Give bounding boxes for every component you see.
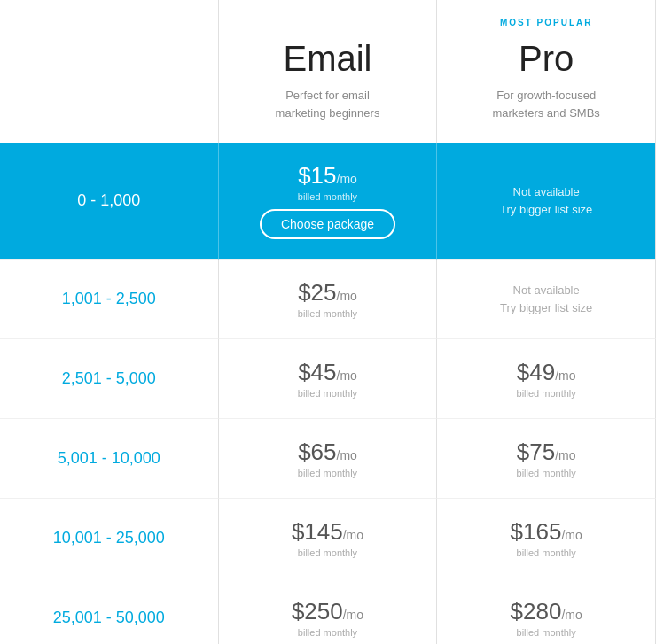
per-mo: /mo (343, 528, 363, 542)
range-2501-5000: 2,501 - 5,000 (0, 339, 219, 419)
price-email-10001-25000: $145/mo billed monthly (219, 499, 438, 578)
price-display-pro-2: $49/mo (517, 359, 576, 386)
range-5001-10000: 5,001 - 10,000 (0, 419, 219, 499)
price-pro-1001-2500: Not availableTry bigger list size (437, 260, 656, 339)
range-label-1: 1,001 - 2,500 (62, 290, 156, 308)
choose-package-button[interactable]: Choose package (260, 209, 395, 239)
price-display-email-0: $15/mo (298, 162, 357, 190)
per-mo: /mo (555, 448, 575, 462)
billed-label-email-0: billed monthly (298, 191, 357, 202)
price-email-2501-5000: $45/mo billed monthly (219, 339, 438, 419)
range-label-5: 25,001 - 50,000 (53, 609, 165, 627)
price-amount: $45 (298, 359, 336, 385)
range-25001-50000: 25,001 - 50,000 (0, 578, 219, 644)
email-plan-desc: Perfect for emailmarketing beginners (233, 87, 423, 121)
price-pro-0-1000: Not availableTry bigger list size (437, 143, 656, 260)
range-0-1000: 0 - 1,000 (0, 143, 219, 260)
header-range-col (0, 0, 219, 143)
not-available-pro-1: Not availableTry bigger list size (500, 282, 592, 316)
billed-label-email-1: billed monthly (298, 308, 357, 319)
billed-label-pro-3: billed monthly (517, 468, 576, 478)
email-plan-name: Email (233, 39, 423, 78)
per-mo: /mo (337, 172, 357, 186)
price-display-email-1: $25/mo (298, 279, 357, 306)
price-amount: $15 (298, 162, 336, 189)
price-amount: $49 (517, 359, 555, 385)
billed-label-pro-5: billed monthly (517, 627, 576, 638)
per-mo: /mo (343, 608, 363, 622)
header-pro-col: MOST POPULAR Pro For growth-focusedmarke… (437, 0, 656, 143)
range-label-2: 2,501 - 5,000 (62, 369, 156, 388)
price-email-5001-10000: $65/mo billed monthly (219, 419, 438, 499)
price-display-email-4: $145/mo (292, 518, 363, 546)
price-amount: $25 (298, 279, 336, 306)
billed-label-email-3: billed monthly (298, 468, 357, 478)
price-email-1001-2500: $25/mo billed monthly (219, 260, 438, 339)
not-available-pro-0: Not availableTry bigger list size (500, 183, 592, 218)
pro-most-popular: MOST POPULAR (451, 18, 641, 32)
range-1001-2500: 1,001 - 2,500 (0, 260, 219, 339)
price-pro-2501-5000: $49/mo billed monthly (437, 339, 656, 419)
pro-plan-desc: For growth-focusedmarketers and SMBs (451, 87, 641, 121)
billed-label-email-2: billed monthly (298, 388, 357, 399)
price-display-pro-5: $280/mo (511, 598, 582, 625)
billed-label-pro-2: billed monthly (517, 388, 576, 399)
pro-plan-name: Pro (451, 39, 641, 78)
billed-label-pro-4: billed monthly (517, 547, 576, 558)
price-pro-5001-10000: $75/mo billed monthly (437, 419, 656, 499)
price-email-25001-50000: $250/mo billed monthly (219, 578, 438, 644)
price-display-email-3: $65/mo (298, 438, 357, 466)
price-amount: $75 (517, 438, 555, 465)
per-mo: /mo (555, 369, 575, 383)
email-most-popular (233, 18, 423, 32)
per-mo: /mo (337, 369, 357, 383)
price-amount: $280 (511, 598, 562, 625)
per-mo: /mo (337, 289, 357, 303)
billed-label-email-5: billed monthly (298, 627, 357, 638)
price-amount: $250 (292, 598, 343, 625)
range-label-4: 10,001 - 25,000 (53, 529, 165, 547)
per-mo: /mo (561, 608, 582, 622)
range-label-3: 5,001 - 10,000 (58, 449, 160, 468)
price-email-0-1000: $15/mo billed monthly Choose package (219, 143, 438, 260)
billed-label-email-4: billed monthly (298, 547, 357, 558)
price-amount: $65 (298, 438, 336, 465)
price-amount: $165 (511, 518, 562, 545)
price-pro-25001-50000: $280/mo billed monthly (437, 578, 656, 644)
price-display-email-2: $45/mo (298, 359, 357, 386)
price-pro-10001-25000: $165/mo billed monthly (437, 499, 656, 578)
per-mo: /mo (337, 448, 357, 462)
price-display-pro-3: $75/mo (517, 438, 576, 466)
range-label-0: 0 - 1,000 (77, 191, 140, 210)
price-display-pro-4: $165/mo (511, 518, 582, 546)
price-display-email-5: $250/mo (292, 598, 363, 625)
price-amount: $145 (292, 518, 343, 545)
pricing-table: Email Perfect for emailmarketing beginne… (0, 0, 656, 644)
range-10001-25000: 10,001 - 25,000 (0, 499, 219, 578)
per-mo: /mo (561, 528, 582, 542)
header-email-col: Email Perfect for emailmarketing beginne… (219, 0, 438, 143)
